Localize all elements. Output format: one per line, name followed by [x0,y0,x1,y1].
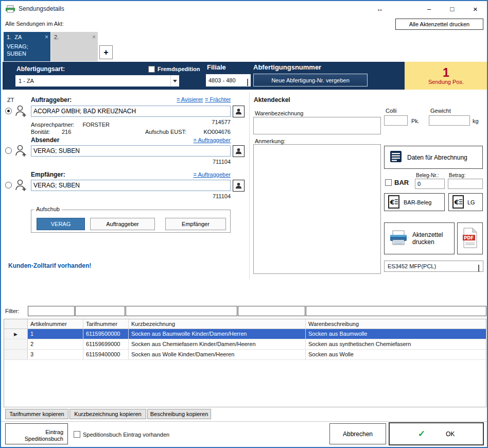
eintrag-speditionsbuch-button[interactable]: Eintrag Speditionsbuch [5,423,68,444]
footer-divider [1,421,488,422]
person-lookup-button[interactable] [233,145,245,157]
warenbezeichnung-input[interactable] [253,117,381,134]
filter-input-artikelnummer[interactable] [28,306,75,316]
svg-text:PDF: PDF [464,235,474,240]
column-header[interactable]: Warenbeschreibung [306,319,486,329]
ok-button[interactable]: ✓ OK [389,422,484,445]
empfaenger-input[interactable] [31,180,231,191]
auftraggeber-input[interactable] [31,106,231,117]
gewicht-input[interactable] [429,115,470,126]
person-add-icon[interactable] [14,179,28,192]
bar-beleg-button[interactable]: € BAR-Beleg [384,193,445,211]
tab-title: 2. [54,34,59,40]
anmerkung-textarea[interactable] [253,144,381,274]
empfaenger-radio[interactable] [5,182,12,188]
close-button[interactable]: × [464,1,487,16]
zt-label: ZT [7,97,14,103]
bonitaet-row: Bonität: 216 Aufschub EUST: KO004676 [31,129,231,135]
aufschub-eust-value: KO004676 [203,129,231,135]
tab-close-icon[interactable]: × [45,33,48,41]
zolltarif-note: Kunden-Zolltarif vorhanden! [8,262,91,269]
maximize-button[interactable]: □ [441,1,464,16]
column-header[interactable]: Kurzbezeichnung [129,319,306,329]
table-row[interactable]: 3 61159400000 Socken aus Wolle Kinder/Da… [4,350,486,360]
avisierer-link[interactable]: = Avisierer [177,96,203,102]
person-add-icon[interactable] [14,144,28,158]
tab-sendung-1[interactable]: 1. ZA × VERAG; SUBEN [4,32,50,61]
checkmark-icon: ✓ [418,428,425,439]
table-row[interactable]: 2 61159699000 Socken aus Chemiefasern Ki… [4,339,486,350]
filter-input-kurzbezeichnung[interactable] [126,306,237,316]
tab-title: 1. ZA [7,34,22,40]
add-tab-button[interactable]: + [99,45,113,59]
cell-warenbeschreibung: Socken aus Baumwolle [306,329,486,339]
copy-tarifnummer-button[interactable]: Tarifnummer kopieren [5,409,68,419]
cell-tarifnummer: 61159699000 [83,339,129,349]
row-selector-cell [4,339,28,349]
filter-input-4[interactable] [238,306,305,316]
fraechter-link[interactable]: = Frächter [205,96,231,102]
filiale-dropdown[interactable]: 4803 - 480 [206,74,251,87]
bar-checkbox[interactable] [385,179,392,186]
warenbezeichnung-label: Warenbezeichnung [255,110,303,116]
tab-line1: VERAG; [7,43,28,49]
print-all-aktenzettel-button[interactable]: Alle Aktenzettel drucken [395,19,483,30]
sendungsdetails-window: Sendungsdetails ↔ – □ × Alle Sendungen i… [0,0,488,448]
chevron-down-icon [478,262,483,271]
lg-button[interactable]: € LG [448,193,483,211]
svg-text:€: € [390,198,395,206]
auftraggeber-radio[interactable] [5,108,12,114]
resize-arrows-icon[interactable]: ↔ [368,1,391,16]
absender-input[interactable] [31,145,231,157]
betrag-input[interactable] [448,179,483,189]
speditionsbuch-checkbox[interactable] [74,431,80,438]
filter-input-tarifnummer[interactable] [75,306,125,316]
pdf-export-button[interactable]: PDF [457,222,483,254]
colli-input[interactable] [384,115,408,126]
person-icon [235,147,242,155]
table-row[interactable]: ▶ 1 61159500000 Socken aus Baumwolle Kin… [4,329,486,339]
minimize-button[interactable]: – [417,1,441,16]
person-lookup-button[interactable] [233,180,245,192]
daten-abrechnung-button[interactable]: Daten für Abrechnung [384,146,483,169]
window-title: Sendungsdetails [19,5,64,12]
abfertigungsart-value: 1 - ZA [19,78,34,84]
column-header[interactable]: Tarifnummer [83,319,129,329]
tab-close-icon[interactable]: × [92,33,96,41]
person-icon [235,182,242,189]
person-add-icon[interactable] [14,105,28,118]
absender-radio[interactable] [5,147,12,154]
neue-abfertigungsnummer-button[interactable]: Neue Abfertigung-Nr. vergeben [253,74,368,87]
dropdown-arrow-icon[interactable] [170,75,179,87]
copy-beschreibung-button[interactable]: Beschreibung kopieren [147,409,211,419]
copy-kurzbezeichnung-button[interactable]: Kurzbezeichnung kopieren [69,409,146,419]
fremdspedition-checkbox[interactable] [148,66,155,73]
person-lookup-button[interactable] [233,106,245,117]
pdf-icon: PDF [462,228,478,249]
aufschub-verag-button[interactable]: VERAG [37,218,85,230]
tab-sendung-2[interactable]: 2. × [51,32,98,61]
abfertigungsart-label: Abfertigungsart: [16,65,65,73]
cell-kurzbezeichnung: Socken aus Wolle Kinder/Damen/Heeren [129,350,306,359]
colli-label: Colli [386,108,396,114]
aufschub-auftraggeber-button[interactable]: Auftraggeber [90,218,155,230]
printer-select[interactable]: ES3452 MFP(PCL) [384,261,483,272]
aufschub-empfaenger-button[interactable]: Empfänger [165,218,226,230]
bonitaet-label: Bonität: [31,129,50,135]
aktenzettel-drucken-button[interactable]: Aktenzettel drucken [384,222,455,254]
aufschub-eust-label: Aufschub EUST: [145,129,186,135]
beleg-nr-input[interactable] [415,179,445,189]
dispatch-bar: Abfertigungsart: Fremdspedition 1 - ZA F… [3,62,487,90]
ansprechpartner-value: FORSTER [82,122,110,128]
empfaenger-auftraggeber-link[interactable]: = Auftraggeber [179,171,231,178]
abbrechen-button[interactable]: Abbrechen [329,423,386,444]
filter-input-warenbeschreibung[interactable] [306,306,486,316]
chevron-down-icon [247,76,251,85]
app-icon [5,5,15,14]
cell-kurzbezeichnung: Socken aus Baumwolle Kinder/Damen/Herren [129,329,306,339]
akt-label: Alle Sendungen im Akt: [5,21,64,27]
absender-auftraggeber-link[interactable]: = Auftraggeber [179,137,231,143]
printer-icon [389,230,408,248]
column-header[interactable]: Artikelnummer [28,319,83,329]
abfertigungsart-dropdown[interactable]: 1 - ZA [15,75,179,87]
